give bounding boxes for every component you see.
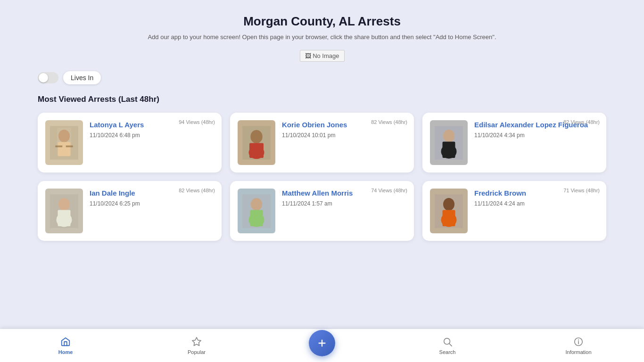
arrest-date: 11/10/2024 6:48 pm	[90, 132, 214, 139]
svg-line-30	[449, 344, 452, 346]
svg-point-19	[251, 197, 262, 210]
information-icon	[573, 336, 584, 347]
svg-rect-4	[55, 145, 62, 147]
svg-point-7	[250, 130, 263, 143]
svg-point-23	[443, 197, 454, 210]
home-icon	[60, 336, 71, 347]
nav-search[interactable]: Search	[429, 332, 466, 359]
no-image-label: 🖼 No Image	[300, 50, 345, 62]
arrest-date: 11/10/2024 4:34 pm	[474, 132, 599, 139]
arrest-photo	[430, 189, 468, 233]
nav-home[interactable]: Home	[47, 332, 84, 359]
section-title: Most Viewed Arrests (Last 48hr)	[38, 95, 606, 104]
svg-point-25	[441, 213, 457, 227]
svg-marker-26	[192, 337, 201, 346]
arrest-views: 71 Views (48hr)	[563, 188, 600, 193]
arrest-views: 74 Views (48hr)	[371, 188, 407, 193]
arrest-card[interactable]: Latonya L Ayers 11/10/2024 6:48 pm 94 Vi…	[38, 113, 222, 173]
arrest-photo	[238, 120, 275, 165]
arrest-date: 11/10/2024 10:01 pm	[282, 132, 406, 139]
arrest-date: 11/10/2024 6:25 pm	[90, 200, 214, 207]
arrest-views: 82 Views (48hr)	[371, 119, 407, 125]
nav-home-label: Home	[58, 349, 73, 355]
arrest-date: 11/11/2024 4:24 am	[474, 200, 599, 207]
no-image-container: 🖼 No Image	[38, 50, 606, 62]
nav-popular-label: Popular	[188, 349, 206, 355]
nav-information-label: Information	[565, 349, 591, 355]
popular-icon	[191, 336, 202, 347]
page-title: Morgan County, AL Arrests	[38, 14, 606, 29]
lives-in-toggle[interactable]	[38, 72, 58, 83]
arrest-card[interactable]: Ian Dale Ingle 11/10/2024 6:25 pm 82 Vie…	[38, 181, 222, 241]
filter-row: Lives In	[38, 71, 606, 84]
svg-point-9	[249, 146, 264, 159]
nav-popular[interactable]: Popular	[178, 332, 215, 359]
nav-search-label: Search	[439, 349, 456, 355]
bottom-nav: Home Popular Search	[0, 329, 644, 362]
arrest-views: 82 Views (48hr)	[563, 119, 600, 125]
arrest-card[interactable]: Matthew Allen Morris 11/11/2024 1:57 am …	[230, 181, 414, 241]
arrest-views: 82 Views (48hr)	[179, 188, 215, 193]
svg-point-11	[443, 129, 454, 142]
arrest-photo	[45, 120, 83, 165]
svg-rect-5	[66, 145, 73, 147]
nav-center-button[interactable]	[309, 330, 335, 356]
nav-information[interactable]: Information	[560, 332, 597, 359]
filter-label: Lives In	[63, 71, 101, 84]
svg-rect-3	[58, 142, 71, 156]
svg-point-17	[57, 213, 72, 227]
arrest-photo	[430, 120, 468, 165]
arrest-card[interactable]: Korie Obrien Jones 11/10/2024 10:01 pm 8…	[230, 113, 414, 173]
arrest-views: 94 Views (48hr)	[179, 119, 215, 125]
arrest-photo	[45, 189, 83, 233]
svg-point-2	[58, 129, 70, 142]
svg-point-21	[249, 213, 264, 227]
svg-point-13	[441, 144, 457, 158]
svg-point-15	[58, 197, 70, 210]
arrest-photo	[238, 189, 275, 233]
arrest-date: 11/11/2024 1:57 am	[282, 200, 406, 207]
page-subtitle: Add our app to your home screen! Open th…	[38, 33, 606, 41]
arrest-card[interactable]: Edilsar Alexander Lopez Figueroa 11/10/2…	[422, 113, 606, 173]
arrests-grid: Latonya L Ayers 11/10/2024 6:48 pm 94 Vi…	[38, 113, 606, 241]
search-icon	[442, 336, 453, 347]
arrest-card[interactable]: Fredrick Brown 11/11/2024 4:24 am 71 Vie…	[422, 181, 606, 241]
